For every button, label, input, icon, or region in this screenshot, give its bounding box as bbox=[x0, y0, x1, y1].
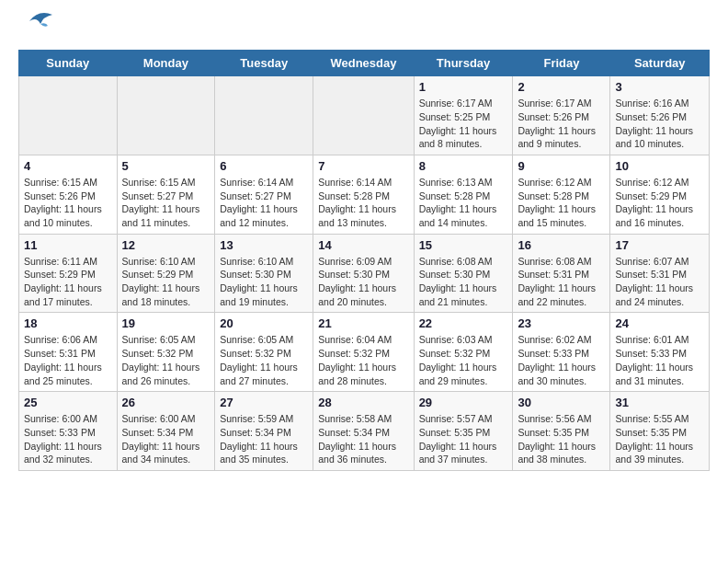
day-number: 19 bbox=[122, 316, 210, 330]
day-number: 31 bbox=[615, 396, 704, 409]
calendar-cell: 29Sunrise: 5:57 AMSunset: 5:35 PMDayligh… bbox=[414, 392, 513, 471]
day-header-friday: Friday bbox=[513, 51, 610, 76]
calendar-cell: 22Sunrise: 6:03 AMSunset: 5:32 PMDayligh… bbox=[414, 313, 513, 392]
calendar-cell bbox=[313, 76, 414, 155]
day-number: 24 bbox=[615, 316, 704, 330]
day-number: 27 bbox=[220, 396, 308, 409]
day-number: 30 bbox=[518, 396, 605, 409]
calendar-cell bbox=[19, 76, 118, 155]
day-header-saturday: Saturday bbox=[610, 51, 710, 76]
day-info: Sunrise: 6:14 AMSunset: 5:28 PMDaylight:… bbox=[318, 176, 408, 230]
calendar-cell bbox=[117, 76, 215, 155]
day-number: 23 bbox=[518, 316, 605, 330]
day-info: Sunrise: 6:05 AMSunset: 5:32 PMDaylight:… bbox=[220, 333, 308, 387]
calendar-cell: 25Sunrise: 6:00 AMSunset: 5:33 PMDayligh… bbox=[19, 392, 118, 471]
calendar-cell: 8Sunrise: 6:13 AMSunset: 5:28 PMDaylight… bbox=[414, 155, 513, 234]
day-info: Sunrise: 6:06 AMSunset: 5:31 PMDaylight:… bbox=[24, 333, 112, 387]
calendar-week-row: 25Sunrise: 6:00 AMSunset: 5:33 PMDayligh… bbox=[19, 392, 710, 471]
day-number: 28 bbox=[318, 396, 408, 409]
day-info: Sunrise: 6:01 AMSunset: 5:33 PMDaylight:… bbox=[615, 333, 704, 387]
logo bbox=[18, 18, 57, 40]
day-info: Sunrise: 6:08 AMSunset: 5:31 PMDaylight:… bbox=[518, 255, 605, 309]
day-info: Sunrise: 5:56 AMSunset: 5:35 PMDaylight:… bbox=[518, 412, 605, 466]
day-number: 10 bbox=[615, 159, 704, 173]
day-number: 25 bbox=[24, 396, 112, 409]
calendar-cell: 10Sunrise: 6:12 AMSunset: 5:29 PMDayligh… bbox=[610, 155, 710, 234]
day-number: 4 bbox=[24, 159, 112, 173]
calendar-cell: 31Sunrise: 5:55 AMSunset: 5:35 PMDayligh… bbox=[610, 392, 710, 471]
day-header-monday: Monday bbox=[117, 51, 215, 76]
day-number: 6 bbox=[220, 159, 308, 173]
day-info: Sunrise: 6:04 AMSunset: 5:32 PMDaylight:… bbox=[318, 333, 408, 387]
day-header-wednesday: Wednesday bbox=[313, 51, 414, 76]
calendar-cell: 28Sunrise: 5:58 AMSunset: 5:34 PMDayligh… bbox=[313, 392, 414, 471]
calendar-cell: 19Sunrise: 6:05 AMSunset: 5:32 PMDayligh… bbox=[117, 313, 215, 392]
day-info: Sunrise: 6:02 AMSunset: 5:33 PMDaylight:… bbox=[518, 333, 605, 387]
calendar-cell: 23Sunrise: 6:02 AMSunset: 5:33 PMDayligh… bbox=[513, 313, 610, 392]
calendar-cell: 7Sunrise: 6:14 AMSunset: 5:28 PMDaylight… bbox=[313, 155, 414, 234]
calendar-cell: 17Sunrise: 6:07 AMSunset: 5:31 PMDayligh… bbox=[610, 234, 710, 313]
calendar-cell: 11Sunrise: 6:11 AMSunset: 5:29 PMDayligh… bbox=[19, 234, 118, 313]
day-info: Sunrise: 6:14 AMSunset: 5:27 PMDaylight:… bbox=[220, 176, 308, 230]
calendar-cell: 26Sunrise: 6:00 AMSunset: 5:34 PMDayligh… bbox=[117, 392, 215, 471]
calendar-cell: 13Sunrise: 6:10 AMSunset: 5:30 PMDayligh… bbox=[215, 234, 313, 313]
day-number: 1 bbox=[419, 80, 508, 94]
day-number: 18 bbox=[24, 316, 112, 330]
day-number: 15 bbox=[419, 238, 508, 252]
day-info: Sunrise: 6:05 AMSunset: 5:32 PMDaylight:… bbox=[122, 333, 210, 387]
calendar-cell: 1Sunrise: 6:17 AMSunset: 5:25 PMDaylight… bbox=[414, 76, 513, 155]
calendar-cell: 18Sunrise: 6:06 AMSunset: 5:31 PMDayligh… bbox=[19, 313, 118, 392]
calendar-cell: 12Sunrise: 6:10 AMSunset: 5:29 PMDayligh… bbox=[117, 234, 215, 313]
day-info: Sunrise: 6:11 AMSunset: 5:29 PMDaylight:… bbox=[24, 255, 112, 309]
day-number: 2 bbox=[518, 80, 605, 94]
day-header-tuesday: Tuesday bbox=[215, 51, 313, 76]
calendar-cell: 20Sunrise: 6:05 AMSunset: 5:32 PMDayligh… bbox=[215, 313, 313, 392]
day-number: 21 bbox=[318, 316, 408, 330]
day-number: 20 bbox=[220, 316, 308, 330]
day-info: Sunrise: 5:58 AMSunset: 5:34 PMDaylight:… bbox=[318, 412, 408, 466]
day-info: Sunrise: 6:09 AMSunset: 5:30 PMDaylight:… bbox=[318, 255, 408, 309]
calendar-cell: 24Sunrise: 6:01 AMSunset: 5:33 PMDayligh… bbox=[610, 313, 710, 392]
calendar-week-row: 4Sunrise: 6:15 AMSunset: 5:26 PMDaylight… bbox=[19, 155, 710, 234]
day-number: 3 bbox=[615, 80, 704, 94]
day-number: 29 bbox=[419, 396, 508, 409]
day-info: Sunrise: 5:55 AMSunset: 5:35 PMDaylight:… bbox=[615, 412, 704, 466]
day-number: 16 bbox=[518, 238, 605, 252]
calendar-cell: 14Sunrise: 6:09 AMSunset: 5:30 PMDayligh… bbox=[313, 234, 414, 313]
day-number: 26 bbox=[122, 396, 210, 409]
day-info: Sunrise: 6:00 AMSunset: 5:34 PMDaylight:… bbox=[122, 412, 210, 466]
page-header bbox=[18, 18, 710, 40]
day-number: 8 bbox=[419, 159, 508, 173]
day-number: 22 bbox=[419, 316, 508, 330]
day-info: Sunrise: 6:13 AMSunset: 5:28 PMDaylight:… bbox=[419, 176, 508, 230]
day-info: Sunrise: 6:07 AMSunset: 5:31 PMDaylight:… bbox=[615, 255, 704, 309]
day-info: Sunrise: 6:15 AMSunset: 5:27 PMDaylight:… bbox=[122, 176, 210, 230]
calendar-week-row: 18Sunrise: 6:06 AMSunset: 5:31 PMDayligh… bbox=[19, 313, 710, 392]
day-info: Sunrise: 6:16 AMSunset: 5:26 PMDaylight:… bbox=[615, 97, 704, 151]
calendar-cell: 9Sunrise: 6:12 AMSunset: 5:28 PMDaylight… bbox=[513, 155, 610, 234]
calendar-cell: 2Sunrise: 6:17 AMSunset: 5:26 PMDaylight… bbox=[513, 76, 610, 155]
day-header-thursday: Thursday bbox=[414, 51, 513, 76]
day-info: Sunrise: 5:57 AMSunset: 5:35 PMDaylight:… bbox=[419, 412, 508, 466]
calendar-cell: 15Sunrise: 6:08 AMSunset: 5:30 PMDayligh… bbox=[414, 234, 513, 313]
calendar-cell: 5Sunrise: 6:15 AMSunset: 5:27 PMDaylight… bbox=[117, 155, 215, 234]
day-info: Sunrise: 6:17 AMSunset: 5:26 PMDaylight:… bbox=[518, 97, 605, 151]
calendar-week-row: 11Sunrise: 6:11 AMSunset: 5:29 PMDayligh… bbox=[19, 234, 710, 313]
day-number: 14 bbox=[318, 238, 408, 252]
day-number: 11 bbox=[24, 238, 112, 252]
day-info: Sunrise: 6:08 AMSunset: 5:30 PMDaylight:… bbox=[419, 255, 508, 309]
day-header-sunday: Sunday bbox=[19, 51, 118, 76]
calendar-week-row: 1Sunrise: 6:17 AMSunset: 5:25 PMDaylight… bbox=[19, 76, 710, 155]
calendar-cell: 4Sunrise: 6:15 AMSunset: 5:26 PMDaylight… bbox=[19, 155, 118, 234]
logo-bird-icon bbox=[20, 7, 57, 35]
calendar-body: 1Sunrise: 6:17 AMSunset: 5:25 PMDaylight… bbox=[19, 76, 710, 471]
day-info: Sunrise: 6:12 AMSunset: 5:28 PMDaylight:… bbox=[518, 176, 605, 230]
day-info: Sunrise: 6:15 AMSunset: 5:26 PMDaylight:… bbox=[24, 176, 112, 230]
day-info: Sunrise: 6:10 AMSunset: 5:30 PMDaylight:… bbox=[220, 255, 308, 309]
calendar-cell: 3Sunrise: 6:16 AMSunset: 5:26 PMDaylight… bbox=[610, 76, 710, 155]
day-info: Sunrise: 6:03 AMSunset: 5:32 PMDaylight:… bbox=[419, 333, 508, 387]
calendar-cell: 16Sunrise: 6:08 AMSunset: 5:31 PMDayligh… bbox=[513, 234, 610, 313]
day-info: Sunrise: 6:10 AMSunset: 5:29 PMDaylight:… bbox=[122, 255, 210, 309]
calendar-cell: 6Sunrise: 6:14 AMSunset: 5:27 PMDaylight… bbox=[215, 155, 313, 234]
calendar-cell: 27Sunrise: 5:59 AMSunset: 5:34 PMDayligh… bbox=[215, 392, 313, 471]
